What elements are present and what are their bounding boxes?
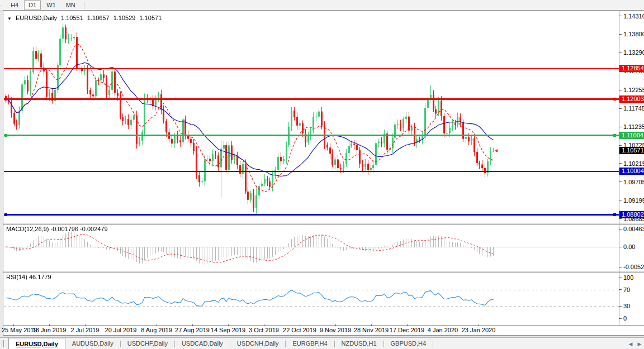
macd-axis-tick [619,247,622,247]
chart-tab-gbpusd[interactable]: GBPUSD,H4 [384,338,433,349]
date-tick [300,324,300,326]
line-handle[interactable] [613,134,616,137]
rsi-label: RSI(14) 46.1779 [6,274,51,280]
date-label: 2 Jul 2019 [71,327,100,333]
date-label: 13 Jun 2019 [32,327,67,333]
rsi-axis-label: 0 [623,315,644,322]
macd-main-value: -0.001796 [50,226,78,232]
line-handle[interactable] [4,134,7,137]
rsi-axis-tick [619,306,622,307]
price-flag-1.10004: 1.10004 [619,168,644,175]
horizontal-line-1.11004[interactable] [4,135,619,136]
date-tick [49,324,50,326]
price-tick [619,181,622,182]
price-flag-1.11004: 1.11004 [619,132,644,139]
line-handle[interactable] [4,213,7,216]
chart-tab-nzdusd[interactable]: NZDUSD,H1 [335,338,383,349]
price-axis-label: 1.09195 [623,197,644,204]
price-tick [619,200,622,200]
line-handle[interactable] [4,98,7,101]
date-label: 8 Aug 2019 [141,327,172,333]
rsi-indicator-pane[interactable] [4,273,619,324]
date-tick [335,324,336,326]
date-label: 22 Oct 2019 [283,327,316,333]
high-value: 1.10657 [87,15,110,21]
price-chart-pane[interactable] [4,11,619,223]
horizontal-line-1.12854[interactable] [4,68,619,69]
mt4-application: . H4D1W1MN ▼ EURUSD,Daily 1.10551 1.1065… [0,0,644,349]
tab-scroll-left-icon[interactable]: ◀ [627,341,634,347]
tabbar-grip[interactable] [2,340,2,347]
timeframe-button-mn[interactable]: MN [61,0,80,10]
chart-tab-eurusd[interactable]: EURUSD,Daily [8,338,65,349]
timeframe-button-w1[interactable]: W1 [42,0,60,10]
pane-separator[interactable] [3,271,644,271]
date-tick [13,324,14,326]
toolbar-separator [84,2,84,9]
chart-tab-usdchf[interactable]: USDCHF,Daily [121,338,174,349]
timeframe-button-h4[interactable]: H4 [6,0,23,10]
macd-signal-value: -0.002479 [80,226,108,232]
close-value: 1.10571 [140,15,162,21]
date-label: 20 Jul 2019 [105,327,137,333]
price-axis-label: 1.11235 [623,123,644,130]
price-axis-label: 1.12255 [623,87,644,93]
price-axis-label: 1.09705 [623,179,644,185]
date-label: 3 Oct 2019 [249,327,279,333]
price-axis-label: 1.14310 [623,13,644,20]
price-tick [619,108,622,109]
date-label: 28 Nov 2019 [354,327,389,333]
price-flag-1.10571: 1.10571 [619,147,644,154]
tab-scroll-right-icon[interactable]: ▶ [636,341,643,347]
date-label: 27 Aug 2019 [175,327,210,333]
price-tick [619,34,622,35]
date-tick [371,324,372,326]
pane-separator [3,325,644,326]
price-tick [619,145,622,146]
chart-tab-usdcad[interactable]: USDCAD,Daily [175,338,230,349]
chart-tab-audusd[interactable]: AUDUSD,Daily [65,338,120,349]
pane-separator [3,224,644,225]
timeframe-button-d1[interactable]: D1 [24,0,41,10]
date-label: 14 Sep 2019 [211,327,245,333]
price-tick [619,16,622,16]
chart-tab-bar: EURUSD,DailyAUDUSD,DailyUSDCHF,DailyUSDC… [0,337,644,349]
low-value: 1.10529 [113,15,136,21]
horizontal-line-1.10004[interactable] [4,171,619,172]
timeframe-toolbar: . H4D1W1MN [0,0,644,11]
symbol-dropdown-icon[interactable]: ▼ [7,16,12,21]
macd-axis-label: 0.00 [623,243,644,250]
macd-label: MACD(12,26,9) -0.001796 -0.002479 [6,226,108,232]
price-axis-label: 1.10215 [623,160,644,167]
date-tick [479,324,479,326]
date-tick [121,324,121,326]
open-value: 1.10551 [61,15,83,21]
macd-axis-tick [619,267,622,267]
rsi-value: 46.1779 [29,274,51,280]
date-label: 23 Jan 2020 [462,327,496,333]
toolbar-overflow-button[interactable]: . [0,1,6,9]
price-tick [619,218,622,219]
price-flag-1.08802: 1.08802 [619,211,644,218]
chart-tab-eurgbp[interactable]: EURGBP,H4 [286,338,334,349]
macd-axis-label: -0.00529 [623,264,644,270]
date-tick [228,324,229,326]
date-label: 17 Dec 2019 [390,327,424,333]
rsi-axis-tick [619,289,622,290]
date-tick [264,324,264,326]
tabbar-grip[interactable] [3,340,4,347]
price-flag-1.12003: 1.12003 [619,95,644,103]
line-handle[interactable] [613,98,616,101]
chart-ohlc-header: ▼ EURUSD,Daily 1.10551 1.10657 1.10529 1… [7,15,164,21]
price-axis-label: 1.13290 [623,49,644,56]
pane-separator[interactable] [3,223,644,223]
horizontal-line-1.12003[interactable] [4,98,619,100]
chart-tab-usdcnh[interactable]: USDCNH,Daily [230,338,286,349]
price-tick [619,52,622,53]
date-tick [407,324,408,326]
line-handle[interactable] [613,213,616,216]
rsi-axis-label: 30 [623,303,644,309]
pane-separator [3,272,644,273]
price-tick [619,163,622,164]
horizontal-line-1.08802[interactable] [4,214,619,216]
